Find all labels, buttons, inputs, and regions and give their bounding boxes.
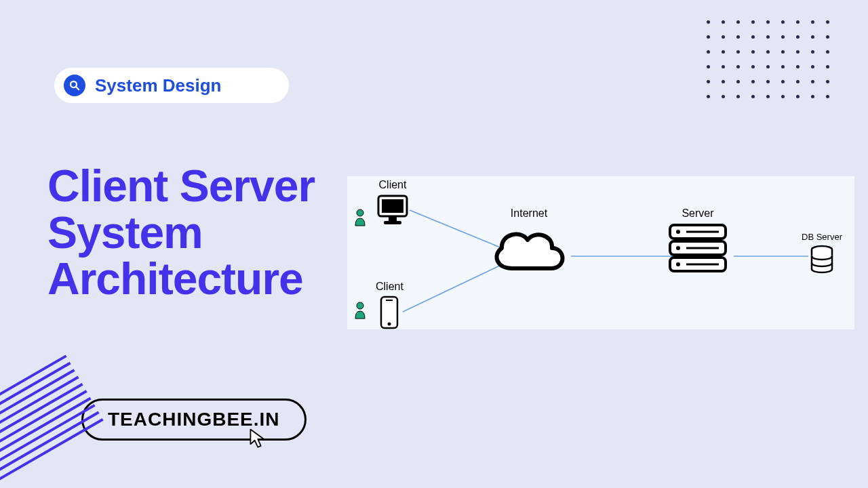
svg-point-18 xyxy=(676,230,680,234)
cursor-icon xyxy=(247,427,271,454)
db-server-node: DB Server xyxy=(802,232,842,274)
svg-point-20 xyxy=(676,246,680,250)
svg-rect-11 xyxy=(384,221,401,224)
svg-rect-9 xyxy=(382,199,403,213)
internet-node: Internet xyxy=(488,207,570,277)
db-label: DB Server xyxy=(802,232,842,242)
svg-point-7 xyxy=(357,302,363,309)
dot-grid-decoration xyxy=(707,20,841,110)
svg-line-1 xyxy=(76,87,79,90)
phone-icon xyxy=(379,296,399,329)
cloud-icon xyxy=(488,222,570,277)
server-icon xyxy=(666,222,730,277)
category-badge: System Design xyxy=(54,68,289,103)
svg-point-0 xyxy=(71,81,77,87)
user-icon xyxy=(354,209,366,226)
svg-rect-10 xyxy=(389,217,397,221)
page-title: Client Server System Architecture xyxy=(47,163,315,302)
user-icon xyxy=(354,302,366,319)
architecture-diagram: Client Client Internet Server xyxy=(347,176,854,329)
client-label: Client xyxy=(376,281,403,293)
database-icon xyxy=(809,245,835,274)
svg-point-13 xyxy=(388,323,391,326)
desktop-icon xyxy=(376,194,410,226)
internet-label: Internet xyxy=(511,207,547,220)
connection-lines xyxy=(347,176,854,329)
site-badge: TEACHINGBEE.IN xyxy=(81,399,307,441)
svg-point-22 xyxy=(676,262,680,266)
client-phone-node: Client xyxy=(376,281,403,329)
server-node: Server xyxy=(666,207,730,277)
client-label: Client xyxy=(379,179,407,191)
svg-point-6 xyxy=(357,209,363,216)
client-desktop-node: Client xyxy=(376,179,410,226)
category-label: System Design xyxy=(95,75,221,96)
search-icon xyxy=(64,75,85,96)
server-label: Server xyxy=(682,207,713,220)
